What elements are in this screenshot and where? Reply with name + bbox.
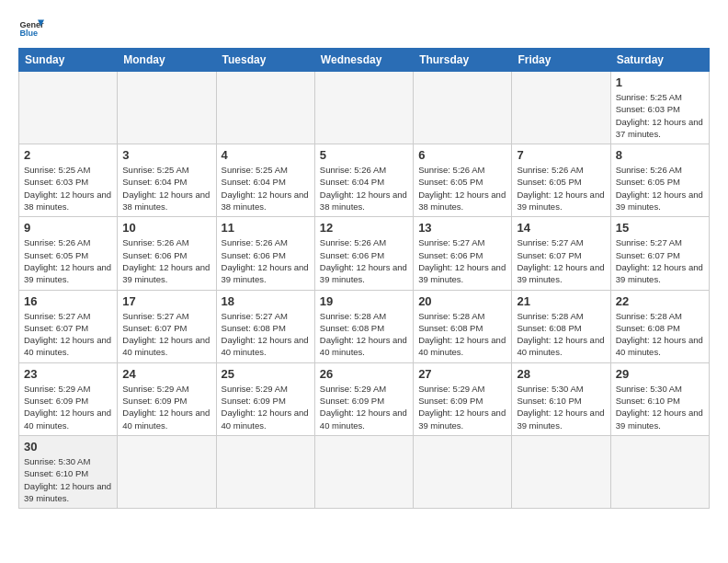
calendar-cell: 22Sunrise: 5:28 AM Sunset: 6:08 PM Dayli…	[610, 290, 709, 362]
day-number: 28	[517, 367, 605, 381]
calendar-cell: 30Sunrise: 5:30 AM Sunset: 6:10 PM Dayli…	[19, 435, 118, 508]
day-info: Sunrise: 5:26 AM Sunset: 6:05 PM Dayligh…	[418, 164, 506, 213]
day-info: Sunrise: 5:26 AM Sunset: 6:05 PM Dayligh…	[24, 236, 112, 285]
day-number: 17	[122, 294, 210, 308]
calendar-cell: 18Sunrise: 5:27 AM Sunset: 6:08 PM Dayli…	[216, 290, 314, 362]
day-number: 10	[122, 221, 210, 235]
day-number: 5	[320, 148, 408, 162]
calendar-cell	[118, 435, 216, 508]
day-info: Sunrise: 5:26 AM Sunset: 6:06 PM Dayligh…	[222, 236, 310, 285]
day-number: 27	[418, 367, 506, 381]
calendar-cell: 20Sunrise: 5:28 AM Sunset: 6:08 PM Dayli…	[414, 290, 512, 362]
day-info: Sunrise: 5:29 AM Sunset: 6:09 PM Dayligh…	[24, 383, 112, 431]
day-info: Sunrise: 5:29 AM Sunset: 6:09 PM Dayligh…	[122, 383, 210, 431]
day-info: Sunrise: 5:27 AM Sunset: 6:06 PM Dayligh…	[418, 236, 506, 285]
day-number: 30	[24, 440, 112, 454]
day-info: Sunrise: 5:27 AM Sunset: 6:08 PM Dayligh…	[222, 310, 310, 359]
day-number: 29	[616, 367, 704, 381]
calendar-cell	[216, 435, 314, 508]
day-info: Sunrise: 5:26 AM Sunset: 6:05 PM Dayligh…	[616, 164, 704, 213]
day-number: 23	[24, 367, 112, 381]
calendar-cell: 28Sunrise: 5:30 AM Sunset: 6:10 PM Dayli…	[512, 362, 610, 435]
calendar-cell: 1Sunrise: 5:25 AM Sunset: 6:03 PM Daylig…	[610, 72, 709, 144]
day-info: Sunrise: 5:25 AM Sunset: 6:03 PM Dayligh…	[24, 164, 112, 213]
calendar-cell: 12Sunrise: 5:26 AM Sunset: 6:06 PM Dayli…	[314, 217, 413, 290]
calendar-cell	[216, 72, 314, 144]
calendar-cell: 8Sunrise: 5:26 AM Sunset: 6:05 PM Daylig…	[610, 144, 709, 217]
calendar-week-row: 16Sunrise: 5:27 AM Sunset: 6:07 PM Dayli…	[19, 290, 710, 362]
day-number: 6	[418, 148, 506, 162]
day-info: Sunrise: 5:28 AM Sunset: 6:08 PM Dayligh…	[616, 310, 704, 359]
day-number: 26	[320, 367, 408, 381]
calendar-cell: 27Sunrise: 5:29 AM Sunset: 6:09 PM Dayli…	[414, 362, 512, 435]
calendar-week-row: 9Sunrise: 5:26 AM Sunset: 6:05 PM Daylig…	[19, 217, 710, 290]
day-info: Sunrise: 5:30 AM Sunset: 6:10 PM Dayligh…	[616, 383, 704, 431]
calendar-cell: 15Sunrise: 5:27 AM Sunset: 6:07 PM Dayli…	[610, 217, 709, 290]
calendar-cell: 16Sunrise: 5:27 AM Sunset: 6:07 PM Dayli…	[19, 290, 118, 362]
day-number: 14	[517, 221, 605, 235]
calendar-cell	[118, 72, 216, 144]
day-number: 12	[320, 221, 408, 235]
calendar-cell: 23Sunrise: 5:29 AM Sunset: 6:09 PM Dayli…	[19, 362, 118, 435]
calendar-cell: 24Sunrise: 5:29 AM Sunset: 6:09 PM Dayli…	[118, 362, 216, 435]
calendar-week-row: 30Sunrise: 5:30 AM Sunset: 6:10 PM Dayli…	[19, 435, 710, 508]
day-number: 22	[616, 294, 704, 308]
day-number: 18	[222, 294, 310, 308]
calendar-cell: 2Sunrise: 5:25 AM Sunset: 6:03 PM Daylig…	[19, 144, 118, 217]
calendar-header-row: SundayMondayTuesdayWednesdayThursdayFrid…	[19, 49, 710, 72]
day-info: Sunrise: 5:26 AM Sunset: 6:06 PM Dayligh…	[122, 236, 210, 285]
calendar-cell: 5Sunrise: 5:26 AM Sunset: 6:04 PM Daylig…	[314, 144, 413, 217]
day-info: Sunrise: 5:28 AM Sunset: 6:08 PM Dayligh…	[418, 310, 506, 359]
calendar-cell	[19, 72, 118, 144]
day-info: Sunrise: 5:27 AM Sunset: 6:07 PM Dayligh…	[517, 236, 605, 285]
calendar-week-row: 2Sunrise: 5:25 AM Sunset: 6:03 PM Daylig…	[19, 144, 710, 217]
day-info: Sunrise: 5:27 AM Sunset: 6:07 PM Dayligh…	[24, 310, 112, 359]
day-number: 3	[122, 148, 210, 162]
header-tuesday: Tuesday	[216, 49, 314, 72]
day-number: 16	[24, 294, 112, 308]
day-number: 24	[122, 367, 210, 381]
day-number: 15	[616, 221, 704, 235]
day-info: Sunrise: 5:27 AM Sunset: 6:07 PM Dayligh…	[122, 310, 210, 359]
day-number: 19	[320, 294, 408, 308]
svg-text:Blue: Blue	[19, 29, 38, 38]
calendar-cell	[314, 435, 413, 508]
calendar-cell: 14Sunrise: 5:27 AM Sunset: 6:07 PM Dayli…	[512, 217, 610, 290]
calendar-week-row: 23Sunrise: 5:29 AM Sunset: 6:09 PM Dayli…	[19, 362, 710, 435]
day-number: 7	[517, 148, 605, 162]
calendar-cell: 7Sunrise: 5:26 AM Sunset: 6:05 PM Daylig…	[512, 144, 610, 217]
calendar-cell: 19Sunrise: 5:28 AM Sunset: 6:08 PM Dayli…	[314, 290, 413, 362]
calendar-cell	[512, 435, 610, 508]
calendar-cell: 6Sunrise: 5:26 AM Sunset: 6:05 PM Daylig…	[414, 144, 512, 217]
calendar-cell: 9Sunrise: 5:26 AM Sunset: 6:05 PM Daylig…	[19, 217, 118, 290]
calendar-cell: 3Sunrise: 5:25 AM Sunset: 6:04 PM Daylig…	[118, 144, 216, 217]
day-info: Sunrise: 5:28 AM Sunset: 6:08 PM Dayligh…	[320, 310, 408, 359]
calendar-cell	[414, 435, 512, 508]
calendar-cell	[610, 435, 709, 508]
logo: General Blue	[18, 15, 44, 40]
calendar-cell: 11Sunrise: 5:26 AM Sunset: 6:06 PM Dayli…	[216, 217, 314, 290]
day-number: 25	[222, 367, 310, 381]
day-number: 8	[616, 148, 704, 162]
header-friday: Friday	[512, 49, 610, 72]
calendar-cell: 17Sunrise: 5:27 AM Sunset: 6:07 PM Dayli…	[118, 290, 216, 362]
day-number: 1	[616, 75, 704, 89]
day-info: Sunrise: 5:25 AM Sunset: 6:03 PM Dayligh…	[616, 91, 704, 140]
day-info: Sunrise: 5:28 AM Sunset: 6:08 PM Dayligh…	[517, 310, 605, 359]
header-section: General Blue	[18, 15, 710, 40]
day-number: 9	[24, 221, 112, 235]
day-info: Sunrise: 5:26 AM Sunset: 6:06 PM Dayligh…	[320, 236, 408, 285]
header-saturday: Saturday	[610, 49, 709, 72]
day-info: Sunrise: 5:30 AM Sunset: 6:10 PM Dayligh…	[24, 455, 112, 504]
header-wednesday: Wednesday	[314, 49, 413, 72]
day-info: Sunrise: 5:25 AM Sunset: 6:04 PM Dayligh…	[222, 164, 310, 213]
day-number: 13	[418, 221, 506, 235]
day-info: Sunrise: 5:26 AM Sunset: 6:05 PM Dayligh…	[517, 164, 605, 213]
day-number: 11	[222, 221, 310, 235]
calendar-cell	[414, 72, 512, 144]
calendar-week-row: 1Sunrise: 5:25 AM Sunset: 6:03 PM Daylig…	[19, 72, 710, 144]
calendar-table: SundayMondayTuesdayWednesdayThursdayFrid…	[18, 48, 710, 509]
day-info: Sunrise: 5:27 AM Sunset: 6:07 PM Dayligh…	[616, 236, 704, 285]
calendar-cell: 21Sunrise: 5:28 AM Sunset: 6:08 PM Dayli…	[512, 290, 610, 362]
header-thursday: Thursday	[414, 49, 512, 72]
